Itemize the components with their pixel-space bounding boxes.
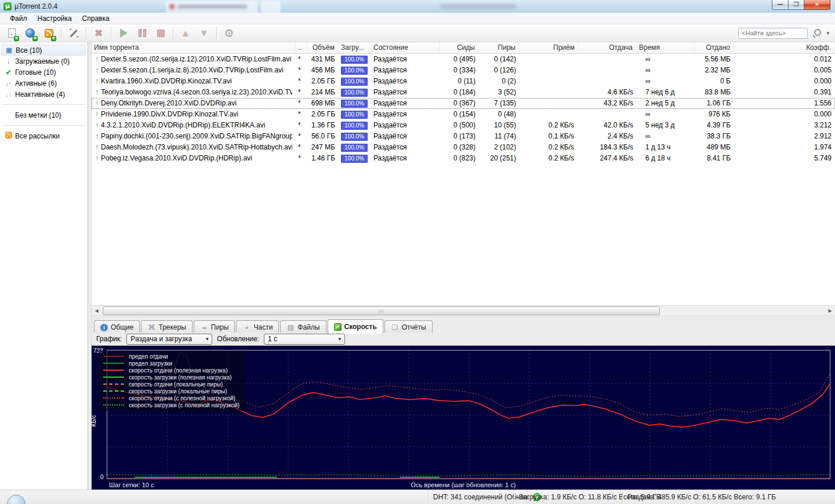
column-header-progress[interactable]: Загру... bbox=[339, 42, 371, 53]
titlebar[interactable]: µ µTorrent 2.0.4 — ❐ ✕ bbox=[0, 0, 835, 13]
add-torrent-button[interactable]: ↓ + bbox=[3, 25, 20, 41]
restore-button[interactable]: ❐ bbox=[789, 0, 804, 10]
column-header-star[interactable]: .. bbox=[296, 42, 307, 53]
legend-label: предел загрузки bbox=[129, 360, 172, 367]
sidebar-item[interactable]: Все рассылки bbox=[0, 130, 88, 141]
table-row[interactable]: ↑Daesh.Molodezh.(73.vipusk).2010.XviD.SA… bbox=[92, 142, 835, 153]
table-row[interactable]: ↑Deny.Otkrityh.Dverej.2010.XviD.DVDRip.a… bbox=[92, 98, 835, 109]
recv-value: 0.2 КБ/s bbox=[540, 120, 575, 131]
cell-star: * bbox=[296, 54, 307, 65]
column-header-seeds[interactable]: Сиды bbox=[440, 42, 479, 53]
table-row[interactable]: ↑Kvartira.1960.XviD.DVDRip.Kinozal.TV.av… bbox=[92, 76, 835, 87]
cell-name: ↑Pobeg.iz.Vegasa.2010.XviD.DVDRip.(HDRip… bbox=[92, 153, 296, 164]
y-axis-title: КБ/с bbox=[90, 415, 97, 426]
column-header-status[interactable]: Состояние bbox=[371, 42, 440, 53]
pause-torrent-button[interactable] bbox=[134, 25, 150, 41]
tab-trackers[interactable]: ⌘Трекеры bbox=[141, 320, 192, 334]
move-up-queue-button[interactable]: ▲ bbox=[177, 25, 194, 41]
cell-size: 431 МБ bbox=[307, 54, 339, 65]
utorrent-logo-icon: µ bbox=[3, 2, 12, 10]
cell-name: ↑Teoriya.bolwogo.vzriva.(4.sezon.03.seri… bbox=[92, 87, 296, 98]
column-header-uploaded[interactable]: Отдано bbox=[695, 42, 734, 53]
minimize-button[interactable]: — bbox=[772, 0, 789, 10]
tab-info[interactable]: iОбщие bbox=[94, 320, 140, 334]
seeding-status-icon: ↑ bbox=[95, 87, 99, 98]
search-dropdown-caret-icon[interactable]: ▼ bbox=[826, 31, 830, 36]
detail-tabs: iОбщие⌘Трекеры●●Пиры◕Части▤Файлы↗Скорост… bbox=[92, 316, 835, 333]
horizontal-scrollbar[interactable]: ◀ ||| ▶ bbox=[92, 306, 835, 316]
create-torrent-button[interactable]: ✦✦ bbox=[66, 25, 82, 41]
table-row[interactable]: ↑4.3.2.1.2010.XviD.DVDRip.(HDRip).ELEKTR… bbox=[92, 120, 835, 131]
menu-settings[interactable]: Настройка bbox=[32, 13, 77, 24]
sidebar-separator bbox=[2, 125, 85, 126]
scrollbar-thumb[interactable]: ||| bbox=[103, 306, 660, 315]
search-icon[interactable] bbox=[812, 28, 822, 38]
column-header-peers[interactable]: Пиры bbox=[479, 42, 520, 53]
peers-tab-icon: ●● bbox=[200, 324, 208, 331]
tab-label: Части bbox=[253, 323, 273, 331]
table-row[interactable]: ↑Prividenie.1990.DivX.DVDRip.Kinozal.TV.… bbox=[92, 109, 835, 120]
tab-label: Трекеры bbox=[158, 323, 186, 331]
table-row[interactable]: ↑Dexter.5.sezon.(1.serija.iz.8).2010.Xvi… bbox=[92, 65, 835, 76]
preferences-button[interactable]: ⚙ bbox=[221, 25, 237, 41]
legend-line-sample bbox=[103, 384, 124, 385]
sidebar-item[interactable]: ↓↑Неактивные (4) bbox=[0, 89, 88, 100]
speed-graph: 733 КБ/с 0 предел отдачипредел загрузкис… bbox=[92, 346, 835, 490]
titlebar-blur-smudge bbox=[441, 4, 516, 9]
sidebar-item[interactable]: ✔Готовые (10) bbox=[0, 67, 88, 78]
cell-size: 56.0 ГБ bbox=[307, 131, 339, 142]
table-row[interactable]: ↑Papiny.dochki.(001-230.serij).2009.XviD… bbox=[92, 131, 835, 142]
cell-size: 2.05 ГБ bbox=[307, 109, 339, 120]
cell-ratio: 1.556 bbox=[734, 98, 835, 109]
tab-reports[interactable]: ❏Отчёты bbox=[384, 320, 433, 334]
column-header-send[interactable]: Отдача bbox=[579, 42, 637, 53]
update-interval-select[interactable]: 1 с ▼ bbox=[264, 334, 345, 345]
torrent-name: Papiny.dochki.(001-230.serij).2009.XviD.… bbox=[101, 131, 292, 142]
table-row[interactable]: ↑Pobeg.iz.Vegasa.2010.XviD.DVDRip.(HDRip… bbox=[92, 153, 835, 164]
table-row[interactable]: ↑Dexter.5.sezon.(02.serija.iz.12).2010.X… bbox=[92, 54, 835, 65]
sidebar-item[interactable]: ↓↑Активные (6) bbox=[0, 78, 88, 89]
scrollbar-track[interactable]: ||| bbox=[101, 306, 825, 316]
cell-recv bbox=[520, 87, 579, 98]
seeding-status-icon: ↑ bbox=[95, 153, 99, 164]
table-row[interactable]: ↑Teoriya.bolwogo.vzriva.(4.sezon.03.seri… bbox=[92, 87, 835, 98]
remove-torrent-button[interactable]: ✖ bbox=[90, 25, 107, 41]
column-header-eta[interactable]: Время bbox=[637, 42, 695, 53]
close-button[interactable]: ✕ bbox=[804, 0, 830, 10]
tab-pieces[interactable]: ◕Части bbox=[236, 320, 279, 334]
cell-star: * bbox=[296, 87, 307, 98]
cell-send: 247.4 КБ/s bbox=[579, 153, 637, 164]
sidebar-item-label: Неактивные (4) bbox=[15, 90, 65, 98]
scroll-right-arrow[interactable]: ▶ bbox=[825, 306, 835, 316]
column-header-recv[interactable]: Приём bbox=[520, 42, 579, 53]
start-torrent-button[interactable] bbox=[115, 25, 132, 41]
tab-files[interactable]: ▤Файлы bbox=[280, 320, 326, 334]
sidebar-item[interactable]: ▣Все (10) bbox=[1, 45, 86, 56]
download-status: Загрузка: 1.9 КБ/с O: 11.8 КБ/с Всего: 5… bbox=[514, 490, 622, 504]
column-header-name[interactable]: Имя торрента bbox=[92, 42, 296, 53]
add-rss-feed-button[interactable]: + bbox=[41, 25, 57, 41]
column-header-ratio[interactable]: Коэфф. bbox=[734, 42, 835, 53]
column-header-size[interactable]: Объём bbox=[307, 42, 339, 53]
add-from-url-button[interactable]: + bbox=[22, 25, 38, 41]
cell-uploaded: 2.32 МБ bbox=[695, 65, 734, 76]
cell-peers: 7 (135) bbox=[479, 98, 520, 109]
menu-file[interactable]: Файл bbox=[5, 13, 32, 24]
legend-line-sample bbox=[103, 356, 124, 357]
tab-peers[interactable]: ●●Пиры bbox=[194, 320, 235, 334]
cell-progress: 100.0% bbox=[339, 65, 371, 76]
cell-star: * bbox=[296, 65, 307, 76]
menu-help[interactable]: Справка bbox=[77, 13, 115, 24]
progress-bar: 100.0% bbox=[341, 133, 368, 141]
sidebar-item[interactable]: Без метки (10) bbox=[0, 109, 88, 120]
tab-speed[interactable]: ↗Скорость bbox=[328, 319, 383, 334]
cell-recv: 0.1 КБ/s bbox=[520, 131, 579, 142]
graph-type-select[interactable]: Раздача и загрузка ▼ bbox=[126, 334, 212, 345]
cell-progress: 100.0% bbox=[339, 87, 371, 98]
search-input[interactable] bbox=[738, 28, 808, 39]
scroll-left-arrow[interactable]: ◀ bbox=[92, 306, 101, 316]
sidebar-item[interactable]: ↓Загружаемые (0) bbox=[0, 56, 88, 67]
gear-icon: ⚙ bbox=[224, 27, 234, 40]
stop-torrent-button[interactable] bbox=[153, 25, 169, 41]
move-down-queue-button[interactable]: ▼ bbox=[196, 25, 212, 41]
